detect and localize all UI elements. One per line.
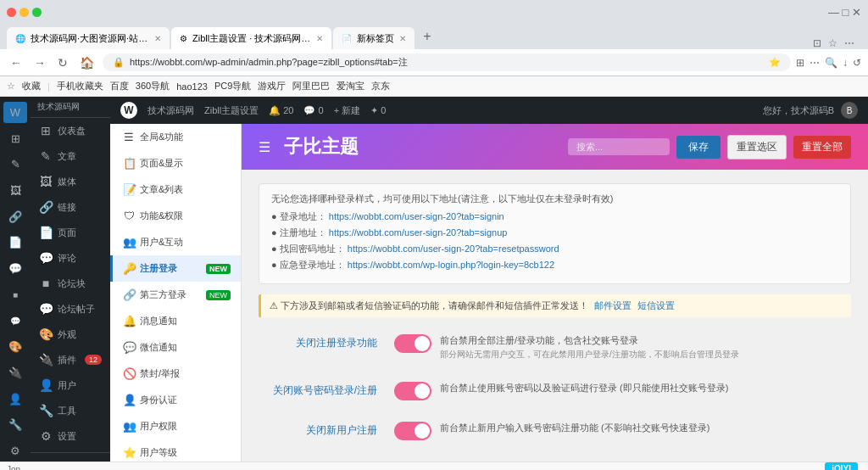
save-button[interactable]: 保存 [676, 136, 721, 159]
sidebar-item-comments[interactable]: 💬 评论 [31, 245, 110, 271]
browser-ext-3[interactable]: ⋯ [844, 37, 854, 49]
ext-icon-3[interactable]: 🔍 [825, 57, 837, 69]
comments-icon[interactable]: 💬 [3, 258, 27, 279]
bbpress-icon[interactable]: ■ [3, 284, 27, 305]
subsidebar-user-interact[interactable]: 👥 用户&互动 [110, 229, 241, 255]
sidebar-item-settings[interactable]: ⚙ 设置 [31, 423, 110, 449]
sidebar-item-plugins[interactable]: 🔌 插件 12 [31, 347, 110, 372]
ext-icon-5[interactable]: ↺ [853, 57, 861, 69]
subsidebar-label-userperms: 用户权限 [140, 420, 177, 433]
adminbar-updates[interactable]: 🔔 20 [269, 105, 293, 116]
sidebar-item-posts[interactable]: ✎ 文章 [31, 143, 110, 169]
back-button[interactable]: ← [7, 54, 25, 71]
ext-icon-1[interactable]: ⊞ [796, 57, 804, 69]
forward-button[interactable]: → [31, 54, 49, 71]
site-name-link[interactable]: 技术源码网 [37, 101, 80, 113]
posts-icon[interactable]: ✎ [3, 154, 27, 175]
adminbar-site-name[interactable]: 技术源码网 [147, 104, 194, 117]
adminbar-stars[interactable]: ✦ 0 [370, 105, 386, 116]
subsidebar-user-perms[interactable]: 👥 用户权限 [110, 413, 241, 439]
bookmark-pc9[interactable]: PC9导航 [214, 80, 251, 92]
bookmark-game[interactable]: 游戏厅 [258, 80, 286, 92]
bookmark-star[interactable]: ⭐ [769, 57, 781, 68]
adminbar-new[interactable]: + 新建 [334, 104, 360, 117]
sidebar-item-links[interactable]: 🔗 链接 [31, 194, 110, 220]
subsidebar-register-login[interactable]: 🔑 注册登录 NEW [110, 255, 241, 282]
home-button[interactable]: 🏠 [76, 54, 97, 71]
subsidebar-ban[interactable]: 🚫 禁封/举报 [110, 361, 241, 387]
theme-search-input[interactable] [568, 138, 670, 155]
subsidebar-notify[interactable]: 🔔 消息通知 [110, 308, 241, 334]
adminbar-right: 您好，技术源码B B [763, 102, 858, 119]
bookmark-360[interactable]: 360导航 [136, 80, 170, 92]
tab3-close[interactable]: ✕ [399, 34, 406, 43]
bookmark-taobao[interactable]: 爱淘宝 [337, 80, 364, 92]
users-icon[interactable]: 👤 [3, 389, 27, 410]
maximize-btn[interactable] [32, 8, 42, 17]
subsidebar-pages-display[interactable]: 📋 页面&显示 [110, 150, 241, 176]
subsidebar-third-party[interactable]: 🔗 第三方登录 NEW [110, 282, 241, 308]
bookmark-mobile[interactable]: 手机收藏夹 [57, 80, 103, 92]
sidebar-label-users: 用户 [58, 379, 76, 392]
toggle-disable-register[interactable] [394, 334, 431, 353]
reset-area-button[interactable]: 重置选区 [727, 135, 787, 159]
sidebar-item-forum[interactable]: 💬 论坛帖子 [31, 296, 110, 322]
subsidebar-ban-icon: 🚫 [123, 367, 135, 380]
pages-icon[interactable]: 📄 [3, 232, 27, 254]
sidebar-item-tools[interactable]: 🔧 工具 [31, 398, 110, 423]
iqiyi-badge[interactable]: iQIYI [825, 462, 858, 470]
sidebar-item-pages[interactable]: 📄 页面 [31, 220, 110, 245]
tab-2[interactable]: ⚙ Zibll主题设置 · 技术源码网 — ... ✕ [171, 27, 331, 49]
subsidebar-global-func[interactable]: ☰ 全局&功能 [110, 124, 241, 150]
browser-ext-2[interactable]: ☆ [828, 37, 837, 49]
toggle-disable-password[interactable] [394, 382, 431, 400]
tab-1[interactable]: 🌐 技术源码网·大图资源网·站长... ✕ [7, 27, 170, 49]
url-display[interactable]: https://wobbt.com/wp-admin/admin.php?pag… [130, 56, 764, 69]
wp-home-icon[interactable]: W [120, 102, 137, 119]
sidebar-item-media[interactable]: 🖼 媒体 [31, 169, 110, 194]
bookmark-jd[interactable]: 京东 [371, 80, 390, 92]
sms-settings-link[interactable]: 短信设置 [637, 300, 675, 311]
media-icon[interactable]: 🖼 [3, 180, 27, 201]
subsidebar-func-perms[interactable]: 🛡 功能&权限 [110, 203, 241, 229]
subsidebar-wechat[interactable]: 💬 微信通知 [110, 334, 241, 361]
ext-icon-2[interactable]: ⋯ [810, 57, 820, 69]
user-avatar[interactable]: B [841, 102, 858, 119]
tab-3[interactable]: 📄 新标签页 ✕ [333, 27, 415, 49]
adminbar-theme-settings[interactable]: Zibll主题设置 [204, 104, 259, 117]
browser-ext-1[interactable]: ⊡ [813, 37, 821, 49]
sidebar-item-users[interactable]: 👤 用户 [31, 372, 110, 398]
tools-icon[interactable]: 🔧 [3, 415, 27, 436]
appearance-icon[interactable]: 🎨 [3, 336, 27, 357]
bookmark-alibaba[interactable]: 阿里巴巴 [292, 80, 330, 92]
third-new-badge: NEW [206, 290, 231, 300]
sidebar-item-bbpress[interactable]: ■ 论坛块 [31, 271, 110, 296]
theme-menu-icon[interactable]: ☰ [259, 139, 270, 155]
subsidebar-user-level[interactable]: ⭐ 用户等级 [110, 439, 241, 462]
wp-logo-icon[interactable]: W [3, 102, 27, 123]
subsidebar-identity[interactable]: 👤 身份认证 [110, 387, 241, 413]
minimize-btn[interactable] [19, 8, 29, 17]
bookmark-hao123[interactable]: hao123 [176, 81, 208, 92]
plugins-icon[interactable]: 🔌 [3, 362, 27, 383]
settings-icon[interactable]: ⚙ [3, 440, 27, 462]
forum-menu-icon: 💬 [39, 302, 53, 316]
tab1-close[interactable]: ✕ [154, 34, 161, 43]
reset-all-button[interactable]: 重置全部 [793, 136, 851, 159]
toggle-disable-new-user[interactable] [394, 422, 431, 440]
dashboard-icon[interactable]: ⊞ [3, 128, 27, 149]
sidebar-item-appearance[interactable]: 🎨 外观 [31, 322, 110, 347]
forum-icon[interactable]: 💬 [3, 311, 27, 332]
bookmark-1[interactable]: 收藏 [22, 80, 41, 92]
new-tab-button[interactable]: + [416, 25, 438, 48]
mail-settings-link[interactable]: 邮件设置 [594, 300, 632, 311]
adminbar-comments[interactable]: 💬 0 [303, 105, 323, 116]
tab2-close[interactable]: ✕ [316, 34, 323, 43]
ext-icon-4[interactable]: ↓ [843, 57, 848, 69]
subsidebar-articles[interactable]: 📝 文章&列表 [110, 176, 241, 203]
links-icon[interactable]: 🔗 [3, 206, 27, 227]
close-btn[interactable] [7, 8, 16, 17]
refresh-button[interactable]: ↻ [54, 54, 71, 71]
bookmark-baidu[interactable]: 百度 [110, 80, 129, 92]
sidebar-item-dashboard[interactable]: ⊞ 仪表盘 [31, 118, 110, 143]
